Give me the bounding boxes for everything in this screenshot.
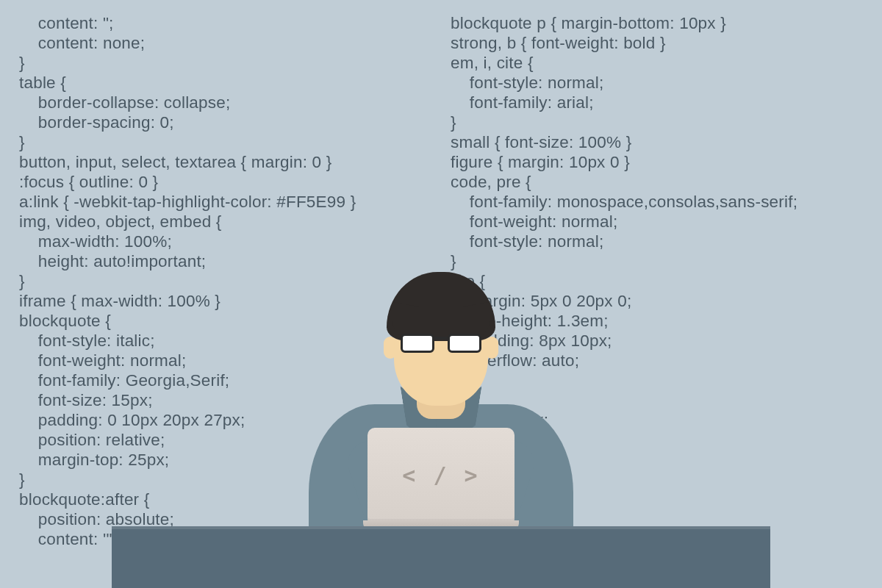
laptop-illustration: < / > (363, 428, 519, 529)
glasses-icon (401, 334, 481, 354)
code-icon: < / > (402, 462, 479, 488)
desk-illustration (112, 526, 770, 588)
